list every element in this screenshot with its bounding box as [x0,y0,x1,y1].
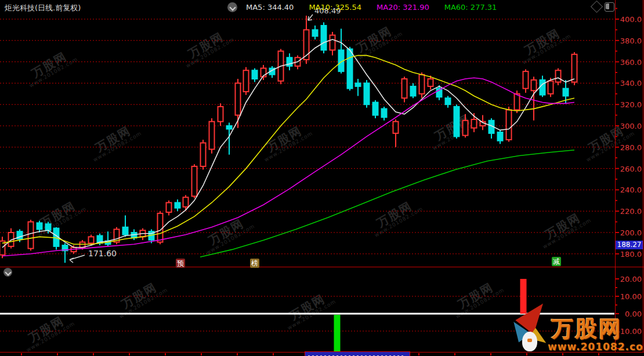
price-axis-label: 220.0 [617,207,642,216]
candle [373,103,378,115]
price-axis-label: 400.0 [617,15,642,24]
candle [572,55,577,82]
ma-label: MA10: 325.54 [309,3,361,12]
candle [563,89,569,96]
ma-label: MA60: 277.31 [444,3,497,12]
time-tick [562,353,563,355]
ma-values-row: MA5: 344.40MA10: 325.54MA20: 321.90MA60:… [246,3,497,12]
time-tick [526,353,527,355]
indicator-axis-label: 20.00 [617,275,642,284]
price-axis-label: 240.0 [617,186,642,194]
candle [252,70,258,79]
event-marker: 预 [176,259,185,268]
price-axis-label: 260.0 [617,165,642,173]
main-chart-canvas[interactable] [0,0,644,356]
candle [46,224,51,230]
chart-window: 万股网www.201082.com万股网www.201082.com万股网www… [0,0,644,356]
time-tick [598,353,599,355]
candle [472,119,477,128]
time-tick [93,353,94,355]
candle [515,94,520,110]
candle [183,197,189,207]
indicator-axis-label: 0.00 [617,310,642,318]
candle [123,227,128,235]
candle [531,80,537,90]
candle [393,122,399,133]
candle [356,83,361,86]
price-axis-label: 380.0 [617,37,642,45]
candle [201,143,206,166]
ma-label: MA5: 344.40 [246,3,294,12]
price-axis-label: 360.0 [617,58,642,67]
indicator-axis-label: -10.00 [617,327,642,336]
candle [540,80,545,95]
candle [454,107,460,137]
last-price-badge: 188.27 [616,241,643,249]
titlebar: 炬光科技(日线.前复权) MA5: 344.40MA10: 325.54MA20… [0,0,644,15]
ma-line-ma60 [200,150,574,257]
right-border-line [643,0,643,356]
candle [548,81,553,94]
sub-panel-header: 遨游四海副图 乖离捉牛妖1: 0.00 乖离捉牛妖2: 0.00 [0,267,615,277]
candle [506,110,512,140]
candle [498,132,503,141]
indicator-bar [520,279,527,314]
time-tick [273,353,274,355]
candle [330,35,335,50]
ma-line-ma10 [2,56,574,245]
price-axis-label: 320.0 [617,100,642,109]
time-tick [21,353,22,355]
split-panel-icon[interactable] [605,2,614,12]
candle [192,166,197,197]
time-tick [454,353,455,355]
diamond-icon[interactable] [591,1,603,13]
candle [175,202,180,208]
candle [419,75,425,94]
candle [209,122,215,150]
time-tick [201,353,202,355]
candle [382,109,387,118]
ma-line-ma5 [2,39,574,248]
price-axis-label: 180.0 [617,250,642,259]
candle [167,202,172,212]
candle [411,86,416,96]
indicator-axis-label: 10.00 [617,292,642,301]
indicator-bar [334,315,341,351]
candle [463,121,468,136]
price-axis-line [615,0,616,356]
candle [446,98,451,104]
candle [37,223,42,229]
candle [428,79,433,86]
price-axis-label: 300.0 [617,122,642,130]
chevron-down-icon[interactable] [227,2,237,12]
time-tick [165,353,166,355]
price-axis-label: 340.0 [617,79,642,88]
candle [28,222,34,249]
candle [348,49,353,89]
time-tick [129,353,130,355]
chevron-down-icon[interactable] [3,268,12,277]
event-marker: 榜 [250,259,259,268]
event-marker: 减 [552,257,561,266]
candle [313,30,318,36]
price-axis-label: 280.0 [617,143,642,152]
candle [158,213,163,242]
time-tick [490,353,491,355]
candle [321,26,327,50]
time-tick [418,353,419,355]
low-price-annotation: 171.60 [88,249,117,258]
time-tick [57,353,58,355]
stock-title: 炬光科技(日线.前复权) [5,3,81,13]
candle [402,79,407,98]
candle [364,83,370,104]
price-axis-label: 200.0 [617,228,642,237]
candle [523,71,529,88]
time-tick [237,353,238,355]
candle [556,70,561,82]
ma-label: MA20: 321.90 [377,3,429,12]
candle [89,237,94,243]
candle [218,107,223,122]
candle [227,126,232,129]
candle [236,83,241,115]
timeline-tooltip [305,351,410,356]
